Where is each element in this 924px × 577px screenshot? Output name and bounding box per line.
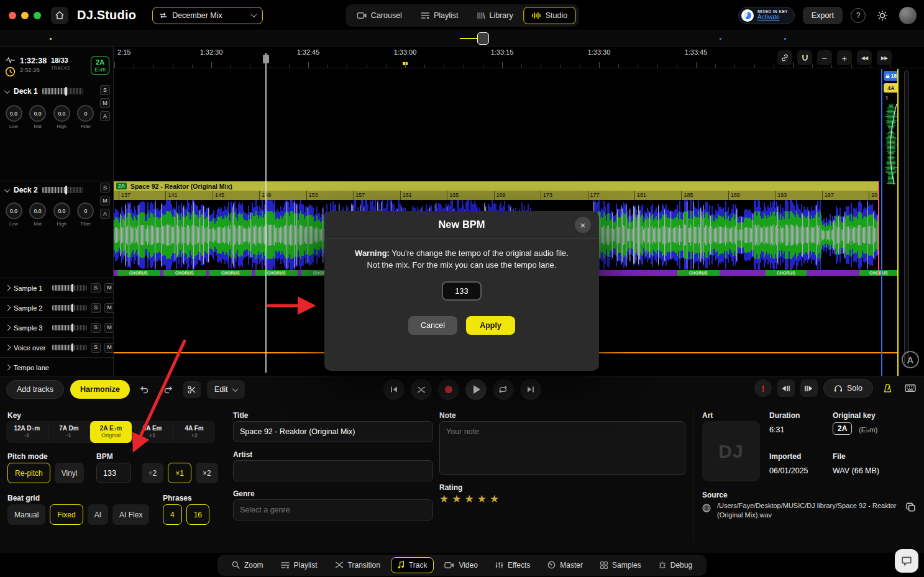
key-option-9a-em[interactable]: 9A Em+1 bbox=[132, 421, 174, 443]
artist-input[interactable] bbox=[233, 460, 433, 481]
deck-1-filter-knob-dial[interactable]: 0 bbox=[77, 105, 94, 122]
nudge-forward-button[interactable] bbox=[800, 379, 818, 397]
solo-button[interactable]: Solo bbox=[823, 379, 873, 398]
home-button[interactable] bbox=[51, 7, 68, 24]
minimize-window-button[interactable] bbox=[21, 12, 29, 19]
alert-button[interactable]: ! bbox=[754, 379, 772, 397]
chorus-segment[interactable]: CHORUS bbox=[117, 270, 160, 276]
deck-2-mid-knob-dial[interactable]: 0.0 bbox=[29, 202, 46, 219]
voice-over-m-button[interactable]: M bbox=[104, 343, 114, 353]
-2-button[interactable]: ×2 bbox=[196, 463, 218, 483]
sample-2-s-button[interactable]: S bbox=[91, 303, 101, 313]
sample-2-volume-slider[interactable] bbox=[52, 305, 87, 311]
harmonize-button[interactable]: Harmonize bbox=[70, 380, 130, 399]
genre-input[interactable] bbox=[233, 499, 433, 520]
deck-1-volume-slider[interactable] bbox=[42, 88, 83, 94]
link-tracks-button[interactable] bbox=[777, 50, 792, 65]
nav-playlist[interactable]: Playlist bbox=[413, 7, 467, 24]
vertical-scrollbar[interactable] bbox=[904, 70, 909, 367]
chorus-segment[interactable]: CHORUS bbox=[677, 270, 720, 276]
loop-button[interactable] bbox=[493, 379, 514, 400]
sample-1-volume-slider[interactable] bbox=[52, 285, 87, 291]
close-icon[interactable]: × bbox=[575, 217, 591, 233]
sample-3-s-button[interactable]: S bbox=[91, 323, 101, 333]
snap-magnet-button[interactable] bbox=[797, 50, 812, 65]
deck-2-a-button[interactable]: A bbox=[100, 209, 110, 219]
rating-star[interactable]: ★ bbox=[439, 493, 449, 506]
help-button[interactable]: ? bbox=[851, 8, 866, 23]
deck-1-s-button[interactable]: S bbox=[100, 85, 110, 95]
tempo-lane-row[interactable]: Tempo lane bbox=[0, 357, 113, 377]
voice-over-s-button[interactable]: S bbox=[91, 343, 101, 353]
tab-master[interactable]: Master bbox=[541, 557, 590, 573]
rating-star[interactable]: ★ bbox=[477, 493, 487, 506]
edit-menu-button[interactable]: Edit bbox=[207, 380, 245, 399]
sample-3-m-button[interactable]: M bbox=[104, 323, 114, 333]
sample-1-m-button[interactable]: M bbox=[104, 283, 114, 293]
metronome-button[interactable] bbox=[879, 379, 896, 397]
settings-gear-icon[interactable] bbox=[874, 7, 891, 24]
title-input[interactable] bbox=[233, 421, 433, 442]
chevron-right-icon[interactable] bbox=[5, 305, 11, 311]
tab-effects[interactable]: Effects bbox=[488, 557, 537, 573]
apply-button[interactable]: Apply bbox=[466, 316, 515, 335]
tab-samples[interactable]: Samples bbox=[593, 557, 648, 573]
new-bpm-input[interactable] bbox=[442, 281, 482, 301]
nav-studio[interactable]: Studio bbox=[524, 7, 575, 24]
mixed-in-key-badge[interactable]: MIXED IN KEY Activate bbox=[738, 7, 795, 24]
playhead-handle[interactable] bbox=[263, 55, 269, 63]
nav-carousel[interactable]: Carousel bbox=[349, 7, 410, 24]
support-chat-button[interactable] bbox=[895, 549, 918, 573]
re-pitch-button[interactable]: Re-pitch bbox=[7, 463, 50, 483]
deck-1-mid-knob-dial[interactable]: 0.0 bbox=[29, 105, 46, 122]
rewind-button[interactable]: ◀◀ bbox=[857, 50, 872, 65]
-2-button[interactable]: ÷2 bbox=[142, 463, 163, 483]
sample-2-m-button[interactable]: M bbox=[104, 303, 114, 313]
mix-overview-strip[interactable] bbox=[0, 31, 924, 47]
transition-jump-button[interactable] bbox=[411, 379, 432, 400]
vinyl-button[interactable]: Vinyl bbox=[55, 463, 85, 483]
bar-number-strip[interactable]: 1371411451491531571611651691731771811851… bbox=[114, 191, 878, 200]
album-art-placeholder[interactable]: DJ bbox=[702, 421, 760, 481]
fixed-button[interactable]: Fixed bbox=[50, 504, 83, 525]
sample-3-volume-slider[interactable] bbox=[52, 325, 87, 330]
deck-1-high-knob-dial[interactable]: 0.0 bbox=[53, 105, 70, 122]
key-option-2a-e-m[interactable]: 2A E♭mOriginal bbox=[90, 421, 132, 443]
chorus-segment[interactable]: CHORUS bbox=[255, 270, 298, 276]
chevron-right-icon[interactable] bbox=[5, 345, 11, 351]
skip-to-end-button[interactable] bbox=[520, 379, 541, 400]
redo-button[interactable] bbox=[160, 381, 177, 398]
activate-link[interactable]: Activate bbox=[757, 14, 788, 21]
deck-1-a-button[interactable]: A bbox=[100, 111, 110, 121]
sample-1-s-button[interactable]: S bbox=[91, 283, 101, 293]
export-button[interactable]: Export bbox=[803, 7, 843, 24]
chevron-right-icon[interactable] bbox=[5, 365, 11, 371]
deck-1-low-knob-dial[interactable]: 0.0 bbox=[6, 105, 22, 122]
nudge-back-button[interactable] bbox=[777, 379, 795, 397]
deck-2-volume-slider[interactable] bbox=[42, 187, 83, 193]
deck-2-s-button[interactable]: S bbox=[100, 183, 110, 193]
deck-2-high-knob-dial[interactable]: 0.0 bbox=[53, 202, 70, 219]
play-button[interactable] bbox=[465, 379, 487, 400]
chorus-segment[interactable]: CHORUS bbox=[766, 270, 807, 276]
voice-over-volume-slider[interactable] bbox=[52, 345, 87, 350]
mix-selector[interactable]: December Mix bbox=[152, 7, 263, 24]
tab-zoom[interactable]: Zoom bbox=[225, 557, 270, 573]
record-button[interactable] bbox=[438, 379, 459, 400]
cancel-button[interactable]: Cancel bbox=[408, 316, 457, 335]
zoom-out-button[interactable]: − bbox=[817, 50, 832, 65]
chorus-segment[interactable]: CHORUS bbox=[163, 270, 206, 276]
automation-button[interactable]: A bbox=[902, 351, 919, 368]
rating-star[interactable]: ★ bbox=[452, 493, 461, 506]
close-window-button[interactable] bbox=[9, 12, 16, 19]
avatar[interactable] bbox=[899, 7, 917, 24]
4-button[interactable]: 4 bbox=[163, 504, 182, 525]
deck-2-low-knob-dial[interactable]: 0.0 bbox=[6, 202, 22, 219]
keyboard-shortcuts-button[interactable] bbox=[902, 379, 919, 397]
tab-transition[interactable]: Transition bbox=[328, 557, 387, 573]
next-track-clip[interactable]: 18 4A 1 bbox=[881, 69, 899, 376]
phrase-segment[interactable] bbox=[807, 270, 859, 276]
key-option-7a-dm[interactable]: 7A Dm-1 bbox=[48, 421, 91, 443]
cut-scissors-button[interactable] bbox=[183, 381, 201, 398]
chevron-down-icon[interactable] bbox=[4, 88, 11, 94]
